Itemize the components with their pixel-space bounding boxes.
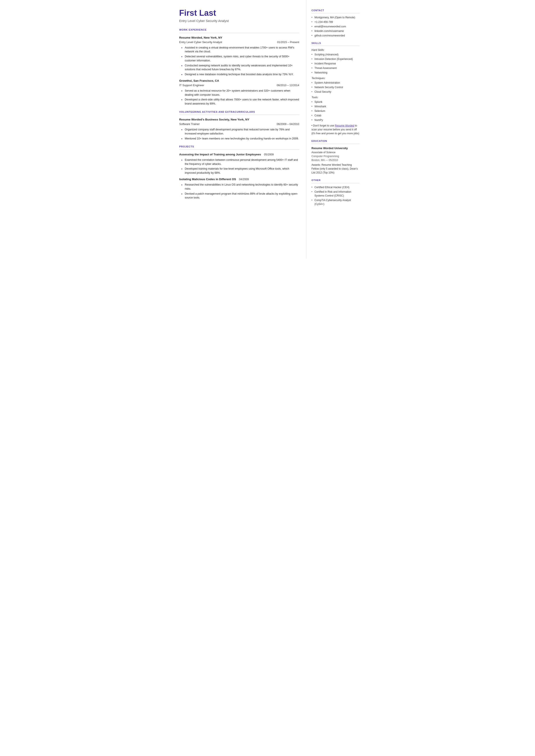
work-experience-header: WORK EXPERIENCE: [179, 28, 299, 32]
edu-degree: Associate of Science: [312, 151, 359, 154]
project-1: Assessing the Impact of Training among J…: [179, 153, 299, 175]
project-1-date: 05/2009: [264, 153, 274, 157]
list-item: Devised a patch management program that …: [182, 192, 299, 200]
rw-promo-text: • Don't forget to use Resume Worded to s…: [312, 124, 359, 135]
volunteer-1-title: Software Trainer: [179, 122, 200, 126]
job-1-date: 01/2015 – Present: [277, 40, 299, 44]
job-2-subrow: IT Support Engineer 06/2010 – 12/2014: [179, 83, 299, 88]
list-item: Scripting (Advanced): [312, 53, 359, 56]
list-item: Colab: [312, 114, 359, 118]
full-name: First Last: [179, 9, 299, 18]
name-block: First Last Entry Level Cyber Security An…: [179, 9, 299, 23]
list-item: Network Security Control: [312, 85, 359, 89]
project-2-title: Isolating Malicious Codes in Different O…: [179, 177, 236, 182]
list-item: System Administration: [312, 81, 359, 85]
job-2: Growthsi, San Francisco, CA IT Support E…: [179, 79, 299, 106]
project-1-header-row: Assessing the Impact of Training among J…: [179, 153, 299, 157]
list-item: Threat Assessment: [312, 66, 359, 70]
list-item: Certified Ethical Hacker (CEH): [312, 185, 359, 189]
list-item: Certified in Risk and Information System…: [312, 190, 359, 198]
right-column: CONTACT Montgomery, MA (Open to Remote) …: [306, 0, 365, 259]
list-item: Detected several vulnerabilities, system…: [182, 55, 299, 63]
list-item: linkedin.com/in/username: [312, 29, 359, 33]
job-1: Resume Worded, New York, NY Entry Level …: [179, 36, 299, 76]
techniques-label: Techniques:: [312, 76, 359, 80]
edu-school: Resume Worded University: [312, 146, 359, 151]
list-item: Researched the vulnerabilities in Linux …: [182, 183, 299, 191]
list-item: Designed a new database modeling techniq…: [182, 72, 299, 76]
job-1-title: Entry Level Cyber Security Analyst: [179, 40, 222, 44]
projects-divider: [179, 150, 299, 150]
job-2-title: IT Support Engineer: [179, 83, 204, 88]
list-item: Montgomery, MA (Open to Remote): [312, 15, 359, 19]
volunteer-1: Resume Worded's Business Society, New Yo…: [179, 118, 299, 141]
list-item: Mentored 10+ team members on new technol…: [182, 137, 299, 141]
job-subtitle: Entry Level Cyber Security Analyst: [179, 18, 299, 23]
list-item: Wireshark: [312, 104, 359, 108]
job-2-bullets: Served as a technical resource for 20+ s…: [179, 89, 299, 106]
list-item: Developed a client-side utility that all…: [182, 98, 299, 106]
left-column: First Last Entry Level Cyber Security An…: [171, 0, 306, 259]
tools-label: Tools:: [312, 96, 359, 99]
other-header: OTHER: [312, 179, 359, 182]
edu-awards: Awards: Resume Worded Teaching Fellow (o…: [312, 163, 359, 175]
education-header: EDUCATION: [312, 139, 359, 143]
volunteering-header: VOLUNTEERING ACTIVITIES AND EXTRACURRICU…: [179, 110, 299, 114]
project-2: Isolating Malicious Codes in Different O…: [179, 177, 299, 200]
list-item: email@resumeworded.com: [312, 25, 359, 28]
skills-header: SKILLS: [312, 42, 359, 45]
list-item: Cloud Security: [312, 90, 359, 94]
list-item: Splunk: [312, 100, 359, 104]
list-item: github.com/resumeworded: [312, 34, 359, 38]
contact-divider: [312, 13, 359, 14]
list-item: Networking: [312, 71, 359, 74]
job-1-company: Resume Worded, New York, NY: [179, 36, 299, 40]
list-item: Conducted sweeping network audits to ide…: [182, 64, 299, 72]
job-1-bullets: Assisted in creating a virtual desktop e…: [179, 46, 299, 76]
list-item: Served as a technical resource for 20+ s…: [182, 89, 299, 97]
project-1-title: Assessing the Impact of Training among J…: [179, 153, 261, 157]
volunteer-1-date: 06/2009 – 04/2010: [277, 122, 299, 126]
list-item: CompTIA Cybersecurity Analyst (CySA+): [312, 198, 359, 206]
volunteering-divider: [179, 115, 299, 115]
list-item: NumPy: [312, 118, 359, 122]
projects-header: PROJECTS: [179, 145, 299, 149]
other-list: Certified Ethical Hacker (CEH) Certified…: [312, 185, 359, 206]
edu-field: Computer Programming: [312, 154, 359, 158]
tools-list: Splunk Wireshark Selenium Colab NumPy: [312, 100, 359, 122]
contact-list: Montgomery, MA (Open to Remote) +1-234-4…: [312, 15, 359, 38]
list-item: Organized company staff development prog…: [182, 127, 299, 136]
volunteer-1-company: Resume Worded's Business Society, New Yo…: [179, 118, 299, 122]
list-item: Assisted in creating a virtual desktop e…: [182, 46, 299, 54]
project-2-header-row: Isolating Malicious Codes in Different O…: [179, 177, 299, 182]
edu-location: Boston, MA — 05/2010: [312, 158, 359, 162]
job-2-company: Growthsi, San Francisco, CA: [179, 79, 299, 83]
hard-skills-label: Hard Skills:: [312, 48, 359, 52]
volunteer-1-subrow: Software Trainer 06/2009 – 04/2010: [179, 122, 299, 126]
volunteer-1-bullets: Organized company staff development prog…: [179, 127, 299, 141]
hard-skills-list: Scripting (Advanced) Intrusion Detection…: [312, 53, 359, 74]
project-1-bullets: Examined the correlation between continu…: [179, 158, 299, 175]
project-2-date: 04/2009: [239, 177, 249, 182]
list-item: Examined the correlation between continu…: [182, 158, 299, 166]
work-divider: [179, 33, 299, 33]
job-2-date: 06/2010 – 12/2014: [277, 83, 299, 88]
education-divider: [312, 144, 359, 144]
project-2-bullets: Researched the vulnerabilities in Linux …: [179, 183, 299, 200]
list-item: Intrusion Detection (Experienced): [312, 57, 359, 61]
contact-header: CONTACT: [312, 9, 359, 12]
job-1-subrow: Entry Level Cyber Security Analyst 01/20…: [179, 40, 299, 44]
list-item: Selenium: [312, 109, 359, 113]
other-divider: [312, 183, 359, 183]
resume-page: First Last Entry Level Cyber Security An…: [171, 0, 365, 259]
list-item: Incident Response: [312, 62, 359, 66]
list-item: +1-234-456-789: [312, 20, 359, 24]
techniques-list: System Administration Network Security C…: [312, 81, 359, 94]
list-item: Developed training materials for low-lev…: [182, 167, 299, 175]
rw-promo-link[interactable]: Resume Worded: [335, 124, 354, 127]
